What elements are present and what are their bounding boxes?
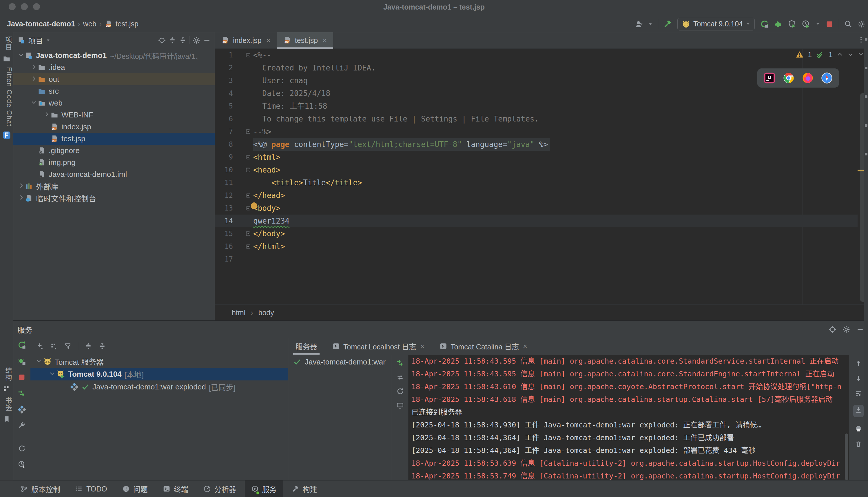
refresh-icon[interactable] [396, 387, 404, 396]
breadcrumb-item[interactable]: test.jsp [116, 20, 138, 28]
refresh-icon[interactable] [18, 444, 26, 453]
run-configuration-combo[interactable]: Tomcat 9.0.104 [677, 18, 755, 30]
softwrap-icon[interactable] [855, 390, 862, 397]
gear-icon[interactable] [193, 37, 200, 44]
tree-chevron-right-icon[interactable] [17, 194, 25, 203]
close-tab-icon[interactable]: × [421, 342, 425, 351]
chevron-down-icon[interactable] [847, 51, 854, 58]
tree-chevron-right-icon[interactable] [17, 182, 25, 191]
debug-icon[interactable] [774, 20, 782, 28]
gear-icon[interactable] [842, 326, 850, 333]
services-tab-1[interactable]: Tomcat Localhost 日志× [325, 338, 432, 355]
coverage-icon[interactable] [788, 20, 796, 28]
code-line-6[interactable]: 6 To change this template use File | Set… [215, 113, 857, 125]
tree-item-.gitignore[interactable]: .gitignore [13, 145, 215, 157]
history-icon[interactable] [18, 460, 26, 468]
tree-chevron-right-icon[interactable] [30, 63, 38, 72]
code-line-13[interactable]: 13<body> [215, 202, 857, 215]
statusbar-button-终端[interactable]: 终端 [157, 481, 195, 497]
right-stripe-item[interactable] [865, 67, 867, 69]
group-drop-icon[interactable] [50, 342, 58, 350]
fold-close-icon[interactable] [246, 231, 250, 236]
user-icon[interactable] [635, 20, 643, 28]
code-line-15[interactable]: 15</body> [215, 227, 857, 240]
profiler-icon[interactable] [801, 20, 810, 28]
monitor-icon[interactable] [396, 402, 404, 409]
hide-panel-icon[interactable] [203, 37, 211, 44]
swap-icon[interactable] [396, 373, 404, 381]
code-line-14[interactable]: 14qwer1234 [215, 215, 857, 227]
code-line-7[interactable]: 7--%> [215, 125, 857, 138]
wrench-icon[interactable] [18, 421, 26, 429]
breakpoint-dot[interactable] [251, 202, 257, 209]
tree-chevron-right-icon[interactable] [30, 75, 38, 84]
tool-stripe-button[interactable] [0, 131, 13, 140]
collapse-all-icon[interactable] [179, 37, 187, 44]
tool-stripe-button[interactable] [0, 415, 13, 423]
arrow-down-icon[interactable] [855, 375, 862, 382]
expand-all-icon[interactable] [168, 37, 176, 44]
artifact-item[interactable]: Java-tomcat-demo1:war [288, 355, 392, 369]
breadcrumb-item[interactable]: Java-tomcat-demo1 [7, 20, 75, 28]
notifications-icon[interactable] [865, 38, 867, 41]
project-view-title[interactable]: 项目 [28, 35, 43, 45]
chevron-down-icon[interactable] [48, 370, 57, 379]
right-stripe-item[interactable] [865, 95, 867, 98]
right-stripe-item[interactable] [865, 124, 867, 127]
tool-stripe-label[interactable]: 项目 [0, 36, 13, 51]
tree-item-[interactable]: 外部库 [13, 180, 215, 192]
rerun-icon[interactable] [17, 341, 26, 350]
tree-item-Java-tomcat-demo1.iml[interactable]: Java-tomcat-demo1.iml [13, 169, 215, 180]
code-line-5[interactable]: 5 Time: 上午11:58 [215, 100, 857, 113]
services-tree-item[interactable]: Tomcat 服务器 [30, 355, 288, 368]
locate-file-icon[interactable] [158, 37, 166, 44]
code-line-16[interactable]: 16</html> [215, 240, 857, 253]
code-line-1[interactable]: 1<%-- [215, 49, 857, 61]
tree-item-img.png[interactable]: img.png [13, 157, 215, 169]
stop-icon[interactable] [825, 20, 834, 28]
code-line-11[interactable]: 11 <title>Title</title> [215, 176, 857, 189]
statusbar-button-TODO[interactable]: TODO [69, 481, 114, 497]
tool-stripe-button[interactable] [0, 55, 13, 63]
right-stripe-item[interactable] [865, 153, 867, 155]
fold-close-icon[interactable] [246, 129, 250, 134]
code-line-10[interactable]: 10<head> [215, 164, 857, 176]
deploy-icon[interactable] [396, 358, 404, 367]
stop-icon[interactable] [18, 373, 26, 381]
breadcrumb-item[interactable]: web [83, 20, 97, 28]
editor-tab-index.jsp[interactable]: JSPindex.jsp× [215, 32, 277, 48]
fold-open-icon[interactable] [246, 53, 250, 57]
print-icon[interactable] [855, 425, 862, 432]
tree-item-out[interactable]: out [13, 73, 215, 85]
tool-stripe-label[interactable]: 结构 [0, 367, 13, 381]
console-scrollbar[interactable] [845, 434, 848, 480]
tree-item-[interactable]: 临时文件和控制台 [13, 192, 215, 204]
tree-chevron-right-icon[interactable] [43, 111, 50, 119]
intellij-idea-icon[interactable]: IJ [764, 72, 775, 84]
arrow-up-icon[interactable] [855, 359, 862, 367]
trash-icon[interactable] [855, 440, 862, 448]
close-tab-icon[interactable]: × [266, 36, 270, 45]
tree-item-WEB-INF[interactable]: WEB-INF [13, 109, 215, 121]
fold-open-icon[interactable] [246, 155, 250, 159]
tool-stripe-label[interactable]: 书签 [0, 397, 13, 411]
plus-drop-icon[interactable] [36, 342, 44, 350]
tree-item-src[interactable]: src [13, 85, 215, 97]
tree-chevron-down-icon[interactable] [17, 51, 25, 60]
hide-panel-icon[interactable] [856, 326, 864, 333]
search-icon[interactable] [844, 20, 852, 28]
code-line-12[interactable]: 12</head> [215, 189, 857, 202]
tree-item-test.jsp[interactable]: JSPtest.jsp [13, 133, 215, 145]
caret-sm-icon[interactable] [815, 22, 820, 26]
project-breadcrumb[interactable]: Java-tomcat-demo1›web›JSPtest.jsp [7, 16, 138, 32]
tree-chevron-down-icon[interactable] [30, 99, 38, 108]
collapse-icon[interactable] [99, 342, 106, 350]
services-tab-2[interactable]: Tomcat Catalina 日志× [432, 338, 535, 355]
console-output[interactable]: 18-Apr-2025 11:58:43.595 信息 [main] org.a… [409, 355, 849, 480]
tree-item-Java-tomcat-demo1[interactable]: Java-tomcat-demo1~/Desktop/代码审计/java/1、 [13, 49, 215, 61]
chevron-up-icon[interactable] [837, 51, 843, 58]
chevron-down-icon[interactable] [34, 357, 43, 366]
tree-item-web[interactable]: web [13, 97, 215, 109]
deploy-icon[interactable] [17, 389, 26, 398]
statusbar-button-版本控制[interactable]: 版本控制 [14, 481, 67, 497]
